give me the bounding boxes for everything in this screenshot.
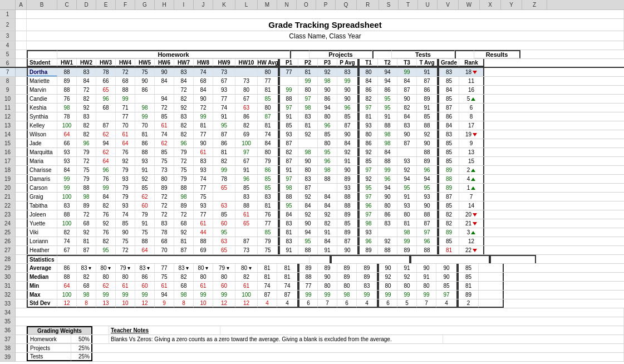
row-35: 35	[0, 317, 624, 326]
col-hw9: HW9	[213, 59, 235, 67]
student-row: 11Keshia98926871987292727463809798949697…	[0, 104, 624, 112]
col-header-R: R	[357, 0, 379, 9]
student-row: 18Charisse847596799173759399918691809890…	[0, 166, 624, 175]
hw-section-header: Homework	[57, 50, 290, 58]
stats-row: 30Median88828080867582808082818188908989…	[0, 273, 624, 282]
stats-row: 33Std Dev1281310129810121244676465742	[0, 299, 624, 308]
row-39: 39 Tests 25%	[0, 353, 624, 362]
col-header-X: X	[480, 0, 501, 9]
row-1: 1	[0, 10, 624, 19]
tests-section-header: Tests	[392, 50, 455, 58]
col-p2: P2	[298, 59, 318, 67]
col-header-W: W	[459, 0, 480, 9]
col-p3: P3	[318, 59, 337, 67]
col-pavg: P Avg	[337, 59, 358, 67]
col-header-K: K	[213, 0, 235, 9]
student-row: 19Damaris9979769392807974789685978388899…	[0, 175, 624, 184]
spreadsheet: A B C D E F G H I J K L M N O P Q R S T …	[0, 0, 624, 362]
col-header-H: H	[155, 0, 174, 9]
col-header-V: V	[438, 0, 459, 9]
weight-proj-label: Projects	[27, 344, 71, 352]
student-row: 9Marvin887265888672849380819980909086868…	[0, 86, 624, 95]
student-name[interactable]: Wilson	[27, 130, 57, 139]
col-hwavg: HW Avg	[258, 59, 279, 67]
weight-hw-label: Homework	[27, 335, 71, 343]
col-rank: Rank	[459, 59, 484, 67]
row-28: 28 Statistics	[0, 255, 624, 264]
weight-tests-value: 25%	[71, 353, 92, 361]
student-row: 12Synthia7883779985839991868791838085819…	[0, 112, 624, 121]
student-name[interactable]: Tabitha	[27, 201, 57, 210]
student-name[interactable]: Viki	[27, 228, 57, 237]
col-header-M: M	[258, 0, 277, 9]
col-hw1: HW1	[57, 59, 77, 67]
col-header-A: A	[16, 0, 27, 9]
col-hw6: HW6	[155, 59, 174, 67]
student-name[interactable]: Graig	[27, 193, 57, 201]
row-4: 4	[0, 41, 624, 50]
student-name[interactable]: Yuette	[27, 219, 57, 228]
student-name[interactable]: Mariette	[27, 77, 57, 85]
col-header-row-num	[0, 0, 16, 9]
student-name[interactable]: Dortha	[27, 68, 57, 76]
student-name[interactable]: Jade	[27, 139, 57, 147]
proj-section-header: Projects	[309, 50, 372, 58]
student-row: 8Mariette8984666890848468677377999899849…	[0, 77, 624, 86]
col-hw7: HW7	[174, 59, 194, 67]
stats-row: 31Min64686261606168616061747477808083808…	[0, 282, 624, 291]
student-row: 27Heather6787957264708769657375918891908…	[0, 246, 624, 255]
student-name[interactable]: Kelley	[27, 121, 57, 130]
col-header-C: C	[57, 0, 77, 9]
student-row: 16Marquitta93796276888579618197808298959…	[0, 148, 624, 157]
weight-hw-value: 50%	[71, 335, 92, 343]
col-header-J: J	[194, 0, 213, 9]
teacher-notes-body: Blanks Vs Zeros: Giving a zero counts as…	[109, 335, 443, 343]
stats-row: 32Max10098999999949899991008787999998999…	[0, 291, 624, 299]
student-name[interactable]: Joleen	[27, 210, 57, 219]
col-header-T: T	[399, 0, 418, 9]
student-name[interactable]: Damaris	[27, 175, 57, 183]
student-name[interactable]: Marvin	[27, 86, 57, 94]
col-hw10: HW10	[235, 59, 258, 67]
col-hw2: HW2	[77, 59, 96, 67]
stats-rows: 29Average8683 ▾80 ▾79 ▾83 ▾7783 ▾80 ▾79 …	[0, 264, 624, 308]
row-6: 6 Student HW1 HW2 HW3 HW4 HW5 HW6 HW7 HW…	[0, 59, 624, 68]
row-37: 37 Homework 50% Blanks Vs Zeros: Giving …	[0, 335, 624, 344]
col-t3: T3	[397, 59, 417, 67]
row-36: 36 Grading Weights Teacher Notes	[0, 326, 624, 335]
student-name[interactable]: Maria	[27, 157, 57, 165]
col-t1: T1	[358, 59, 378, 67]
col-grade: Grade	[438, 59, 459, 67]
student-row: 10Candie76829699948290776785889786908295…	[0, 95, 624, 104]
weight-tests-label: Tests	[27, 353, 71, 361]
col-hw4: HW4	[116, 59, 135, 67]
student-name[interactable]: Loriann	[27, 237, 57, 245]
col-header-Z: Z	[522, 0, 547, 9]
student-row: 24Yuette10068928591836861606577839082859…	[0, 219, 624, 228]
col-hw3: HW3	[96, 59, 116, 67]
student-name[interactable]: Candie	[27, 95, 57, 103]
student-row: 23Joleen88727674797272778561768492928997…	[0, 210, 624, 219]
student-name[interactable]: Carson	[27, 184, 57, 192]
student-name[interactable]: Heather	[27, 246, 57, 254]
col-hw8: HW8	[194, 59, 213, 67]
col-header-N: N	[277, 0, 297, 9]
student-name[interactable]: Charisse	[27, 166, 57, 174]
col-header-D: D	[77, 0, 96, 9]
spreadsheet-subtitle: Class Name, Class Year	[27, 31, 624, 41]
student-name[interactable]: Marquitta	[27, 148, 57, 156]
row-34: 34	[0, 308, 624, 317]
col-header-I: I	[174, 0, 194, 9]
student-row: 26Loriann7481827588688188638779839584879…	[0, 237, 624, 246]
col-header-P: P	[316, 0, 336, 9]
teacher-notes-header: Teacher Notes	[109, 326, 220, 335]
student-row: 25Viki8292769075789244958581949189939897…	[0, 228, 624, 237]
col-header-B: B	[27, 0, 57, 9]
col-header-Y: Y	[501, 0, 522, 9]
row-2: 2 Grade Tracking Spreadsheet	[0, 19, 624, 31]
col-header-O: O	[297, 0, 316, 9]
grading-weights-header: Grading Weights	[27, 326, 92, 335]
student-name[interactable]: Synthia	[27, 112, 57, 121]
student-name[interactable]: Keshia	[27, 104, 57, 112]
col-header-G: G	[135, 0, 155, 9]
